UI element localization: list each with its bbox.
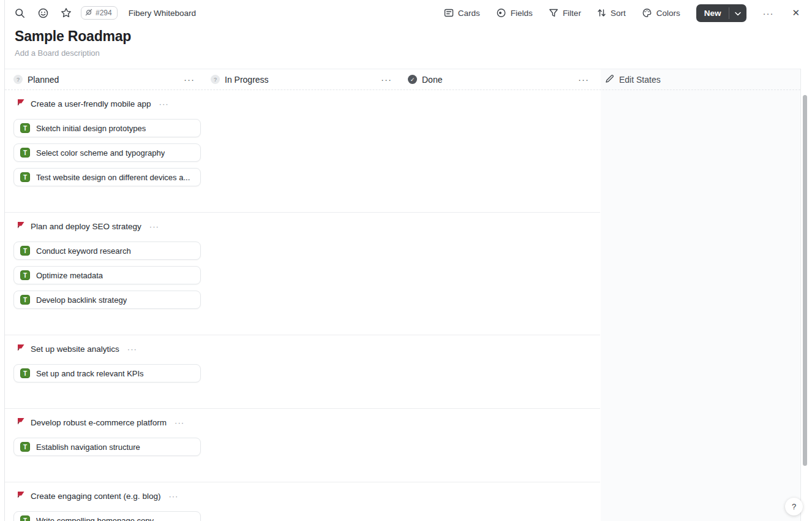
open-state-icon: ? — [211, 75, 220, 84]
fields-button[interactable]: Fields — [496, 8, 533, 18]
swimlane-header[interactable]: Create engaging content (e.g. blog) ··· — [17, 490, 600, 502]
task-card[interactable]: T Test website design on different devic… — [13, 168, 201, 186]
toolbar-left-group: #294 Fibery Whiteboard — [11, 4, 196, 21]
question-mark-icon: ? — [792, 502, 796, 511]
task-card-title: Develop backlink strategy — [36, 295, 127, 305]
card-list: T Write compelling homepage copy — [13, 511, 201, 521]
edit-states-button[interactable]: Edit States — [605, 74, 661, 85]
task-type-icon: T — [20, 270, 30, 280]
board-description-placeholder[interactable]: Add a Board description — [15, 48, 797, 58]
swimlane-more-button[interactable]: ··· — [127, 344, 137, 354]
swimlanes: Create a user-frendly mobile app ··· T S… — [5, 90, 600, 521]
task-card-title: Conduct keyword research — [36, 246, 131, 256]
toolbar-right-group: Cards Fields Filter Sort — [444, 4, 802, 22]
smiley-icon — [38, 8, 48, 18]
filter-button[interactable]: Filter — [549, 8, 581, 18]
swimlane-title: Create engaging content (e.g. blog) — [31, 492, 160, 501]
star-icon — [61, 7, 72, 18]
task-type-icon: T — [20, 515, 30, 521]
cards-label: Cards — [458, 9, 480, 18]
flag-icon — [17, 343, 25, 354]
colors-button[interactable]: Colors — [642, 8, 680, 18]
cards-button[interactable]: Cards — [444, 8, 480, 18]
task-card[interactable]: T Optimize metadata — [13, 266, 201, 284]
column-more-button[interactable]: ··· — [381, 74, 392, 85]
chevron-down-icon — [735, 7, 741, 18]
task-card[interactable]: T Conduct keyword research — [13, 241, 201, 260]
swimlane-title: Develop robust e-commerce platform — [31, 418, 167, 427]
reference-badge[interactable]: #294 — [81, 6, 118, 20]
help-button[interactable]: ? — [785, 498, 803, 515]
column-label: In Progress — [225, 75, 269, 85]
new-dropdown-button[interactable] — [729, 4, 746, 22]
swimlane-header[interactable]: Plan and deploy SEO strategy ··· — [17, 220, 600, 232]
filter-label: Filter — [563, 9, 581, 18]
column-more-button[interactable]: ··· — [184, 74, 195, 85]
swimlane-header[interactable]: Develop robust e-commerce platform ··· — [17, 416, 600, 428]
column-label: Done — [422, 75, 442, 85]
favorite-button[interactable] — [58, 4, 75, 21]
swimlane-more-button[interactable]: ··· — [175, 418, 184, 427]
task-type-icon: T — [20, 148, 30, 158]
swimlane: Develop robust e-commerce platform ··· T… — [5, 409, 600, 482]
swimlane-more-button[interactable]: ··· — [149, 222, 159, 231]
column-label: Planned — [28, 75, 59, 85]
task-card-title: Optimize metadata — [36, 271, 103, 280]
fields-label: Fields — [511, 9, 533, 18]
card-list: T Sketch initial design prototypes T Sel… — [13, 119, 201, 186]
task-card[interactable]: T Set up and track relevant KPIs — [13, 364, 201, 382]
column-headers-row: ? Planned ··· ? In Progress ··· ✓ Done ·… — [5, 69, 800, 90]
task-card[interactable]: T Write compelling homepage copy — [13, 511, 201, 521]
task-card[interactable]: T Select color scheme and typography — [13, 143, 201, 162]
task-card-title: Write compelling homepage copy — [36, 516, 154, 521]
swimlane: Plan and deploy SEO strategy ··· T Condu… — [5, 213, 600, 335]
task-card[interactable]: T Develop backlink strategy — [13, 291, 201, 309]
new-button[interactable]: New — [696, 4, 729, 22]
top-toolbar: #294 Fibery Whiteboard Cards Fields — [5, 0, 812, 26]
app-title: Fibery Whiteboard — [129, 9, 196, 18]
scrollbar-track-separator — [800, 69, 801, 521]
task-card[interactable]: T Establish navigation structure — [13, 438, 201, 456]
emoji-button[interactable] — [34, 4, 51, 21]
sort-label: Sort — [611, 9, 626, 18]
column-header-done[interactable]: ✓ Done ··· — [399, 74, 596, 85]
board-header: Sample Roadmap Add a Board description — [15, 27, 797, 58]
fields-icon — [496, 8, 506, 18]
vertical-scrollbar[interactable] — [803, 95, 807, 466]
search-button[interactable] — [11, 4, 28, 21]
fibery-board-view: #294 Fibery Whiteboard Cards Fields — [0, 0, 812, 521]
toolbar-more-button[interactable]: ··· — [762, 8, 773, 18]
swimlane-more-button[interactable]: ··· — [159, 99, 169, 108]
swimlane-title: Set up website analytics — [31, 344, 119, 354]
close-button[interactable]: ✕ — [789, 5, 802, 21]
open-state-icon: ? — [13, 75, 23, 84]
sort-button[interactable]: Sort — [597, 8, 626, 18]
colors-label: Colors — [656, 9, 680, 18]
task-card-title: Select color scheme and typography — [36, 148, 165, 158]
swimlane-title: Create a user-frendly mobile app — [31, 99, 151, 108]
task-card-title: Establish navigation structure — [36, 443, 140, 452]
task-card-title: Set up and track relevant KPIs — [36, 369, 144, 378]
swimlane: Create a user-frendly mobile app ··· T S… — [5, 90, 600, 213]
swimlane: Set up website analytics ··· T Set up an… — [5, 335, 600, 409]
close-icon: ✕ — [792, 7, 800, 18]
column-header-planned[interactable]: ? Planned ··· — [5, 74, 202, 85]
filter-icon — [549, 8, 558, 18]
swimlane-header[interactable]: Create a user-frendly mobile app ··· — [17, 97, 600, 110]
column-header-in-progress[interactable]: ? In Progress ··· — [202, 74, 399, 85]
swimlane-header[interactable]: Set up website analytics ··· — [17, 343, 600, 355]
swimlane-more-button[interactable]: ··· — [168, 492, 178, 501]
task-card-title: Sketch initial design prototypes — [36, 124, 146, 133]
task-type-icon: T — [20, 123, 30, 133]
card-list: T Establish navigation structure — [13, 438, 201, 456]
flag-icon — [17, 417, 25, 428]
column-more-button[interactable]: ··· — [578, 74, 589, 85]
board-right-background — [601, 69, 800, 521]
new-split-button: New — [696, 4, 747, 22]
search-icon — [15, 8, 25, 18]
task-card[interactable]: T Sketch initial design prototypes — [13, 119, 201, 137]
task-type-icon: T — [20, 442, 30, 452]
task-type-icon: T — [20, 368, 30, 378]
sort-icon — [597, 8, 606, 18]
page-title[interactable]: Sample Roadmap — [15, 27, 797, 45]
